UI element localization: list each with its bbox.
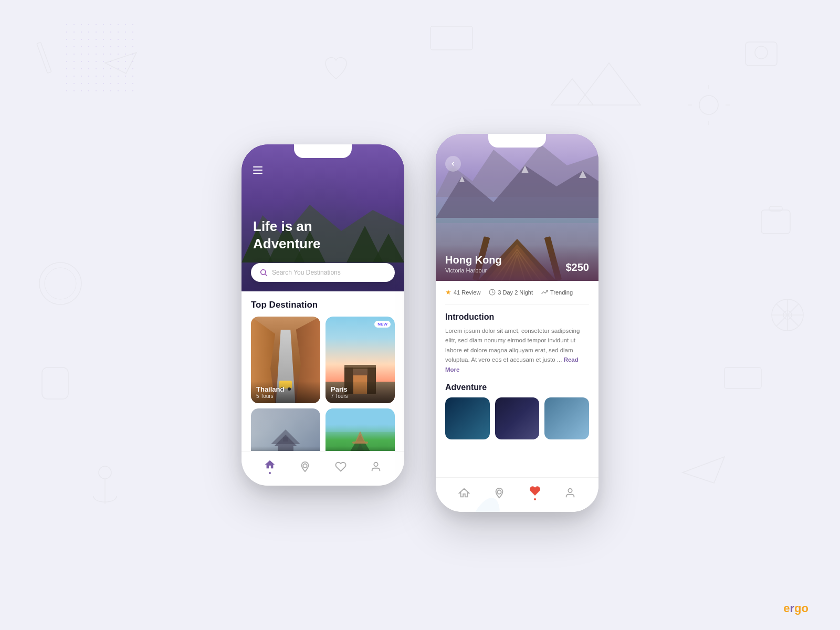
card-tours-paris: 7 Tours xyxy=(331,393,390,399)
hamburger-line-2 xyxy=(253,170,262,171)
trending-icon xyxy=(541,289,548,296)
search-placeholder: Search You Destinations xyxy=(272,269,341,276)
detail-hero: Hong Kong Victoria Harbour $250 xyxy=(436,134,598,281)
svg-point-16 xyxy=(99,466,111,479)
trending-text: Trending xyxy=(550,289,573,296)
star-icon: ★ xyxy=(445,288,452,296)
search-bar-container: Search You Destinations xyxy=(251,263,395,282)
ergo-logo: ergo xyxy=(783,602,808,615)
adventure-title: Adventure xyxy=(445,383,589,392)
introduction-section: Introduction Lorem ipsum dolor sit amet,… xyxy=(445,312,589,374)
card-tours-thailand: 5 Tours xyxy=(256,393,315,399)
svg-point-1 xyxy=(39,262,81,304)
svg-rect-4 xyxy=(746,42,777,66)
phone-2: Hong Kong Victoria Harbour $250 ★ 41 Rev… xyxy=(436,134,598,512)
card-name-thailand: Thailand xyxy=(256,385,315,393)
back-button[interactable] xyxy=(445,156,461,172)
card-overlay-thailand-small: Thailand xyxy=(251,446,320,451)
ergo-letter-e: e xyxy=(783,602,790,615)
location-icon xyxy=(299,461,311,472)
destination-card-thailand-small[interactable]: Thailand xyxy=(251,408,320,451)
svg-rect-44 xyxy=(352,442,368,444)
card-name-italy: Italy xyxy=(331,450,390,451)
nav-location[interactable] xyxy=(295,459,315,475)
detail-location-bar: Hong Kong Victoria Harbour $250 xyxy=(436,245,598,281)
hero-line-1: Life is an xyxy=(253,218,321,235)
ergo-letter-o: o xyxy=(802,602,808,615)
ergo-letter-r: r xyxy=(790,602,795,615)
card-name-thailand-small: Thailand xyxy=(256,450,315,451)
svg-rect-7 xyxy=(724,368,761,388)
card-overlay-italy: Italy xyxy=(326,446,395,451)
svg-point-48 xyxy=(303,464,307,467)
card-name-paris: Paris xyxy=(331,385,390,393)
phone-1-notch xyxy=(294,144,352,158)
phone1-bottom-nav xyxy=(242,451,404,486)
card-overlay-paris: Paris 7 Tours xyxy=(326,381,395,403)
section-title: Top Destination xyxy=(251,300,395,310)
detail-location-info: Hong Kong Victoria Harbour xyxy=(445,254,502,274)
svg-rect-40 xyxy=(283,437,288,442)
home-icon xyxy=(264,459,276,470)
svg-point-2 xyxy=(45,268,76,299)
price-display: $250 xyxy=(566,261,590,274)
phone-2-notch xyxy=(488,134,546,148)
svg-marker-43 xyxy=(355,431,365,443)
adventure-grid xyxy=(445,397,589,439)
location-name: Hong Kong xyxy=(445,254,502,266)
phone-1: Life is an Adventure Search You Destinat… xyxy=(242,144,404,486)
hamburger-line-3 xyxy=(253,173,262,174)
new-badge: NEW xyxy=(374,321,391,328)
intro-title: Introduction xyxy=(445,312,589,322)
svg-point-5 xyxy=(755,46,768,59)
nav-home[interactable] xyxy=(260,457,280,476)
card-overlay-thailand: Thailand 5 Tours xyxy=(251,381,320,403)
search-bar[interactable]: Search You Destinations xyxy=(251,263,395,282)
svg-point-49 xyxy=(374,462,378,466)
clock-icon xyxy=(489,289,496,296)
detail-content: ★ 41 Review 3 Day 2 Night xyxy=(436,281,598,477)
adventure-section: Adventure xyxy=(445,383,589,439)
svg-rect-0 xyxy=(37,42,51,73)
detail-stats: ★ 41 Review 3 Day 2 Night xyxy=(445,288,589,296)
destination-card-thailand[interactable]: Thailand 5 Tours xyxy=(251,317,320,403)
hero-title: Life is an Adventure xyxy=(253,218,321,252)
nav-heart[interactable] xyxy=(331,459,351,475)
adventure-diving[interactable] xyxy=(445,397,490,439)
intro-description: Lorem ipsum dolor sit amet, consetetur s… xyxy=(445,326,589,374)
destinations-section: Top Destination xyxy=(242,291,404,451)
reviews-text: 41 Review xyxy=(454,289,480,296)
divider-1 xyxy=(445,304,589,305)
destination-card-paris[interactable]: NEW Paris 7 Tours xyxy=(326,317,395,403)
destinations-grid: Thailand 5 Tours xyxy=(251,317,395,451)
phones-container: Life is an Adventure Search You Destinat… xyxy=(242,118,598,512)
nav-active-dot xyxy=(269,472,271,474)
hamburger-menu[interactable] xyxy=(253,166,262,174)
svg-rect-8 xyxy=(761,210,790,234)
heart-icon xyxy=(335,461,346,472)
nav-profile[interactable] xyxy=(366,459,386,475)
duration-text: 3 Day 2 Night xyxy=(498,289,533,296)
stat-trending: Trending xyxy=(541,289,573,296)
hamburger-line-1 xyxy=(253,166,262,167)
sub-location: Victoria Harbour xyxy=(445,267,502,274)
adventure-mountain[interactable] xyxy=(544,397,589,439)
search-icon xyxy=(259,268,268,277)
hero-line-2: Adventure xyxy=(253,235,321,253)
stat-reviews: ★ 41 Review xyxy=(445,288,480,296)
stat-duration: 3 Day 2 Night xyxy=(489,289,533,296)
svg-point-18 xyxy=(699,96,718,114)
ergo-letter-g: g xyxy=(794,602,801,615)
hero-section: Life is an Adventure Search You Destinat… xyxy=(242,144,404,291)
profile-icon xyxy=(370,461,382,472)
svg-rect-3 xyxy=(42,368,68,399)
destination-card-italy[interactable]: Italy xyxy=(326,408,395,451)
adventure-camping[interactable] xyxy=(495,397,540,439)
svg-point-29 xyxy=(261,270,266,275)
svg-rect-6 xyxy=(430,26,472,50)
svg-line-30 xyxy=(265,274,267,276)
back-arrow-icon xyxy=(449,160,457,167)
